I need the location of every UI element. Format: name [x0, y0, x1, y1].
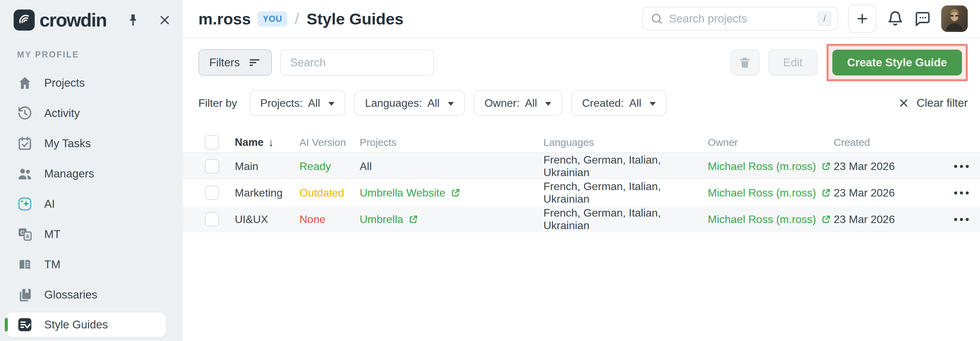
sidebar-item-managers[interactable]: Managers — [0, 159, 183, 189]
sidebar-header: crowdin — [0, 9, 183, 31]
close-sidebar-icon[interactable] — [158, 13, 172, 27]
cell-name: Marketing — [235, 187, 299, 199]
filter-lines-icon — [248, 56, 261, 69]
filter-bar: Filter by Projects: All Languages: All O… — [198, 90, 968, 116]
select-all-checkbox[interactable] — [205, 135, 219, 149]
create-style-guide-button[interactable]: Create Style Guide — [832, 50, 962, 76]
dropdown-value: All — [308, 97, 320, 109]
filters-button-label: Filters — [209, 56, 240, 69]
sidebar-item-mt[interactable]: GA MT — [0, 219, 183, 249]
sidebar-item-label: Projects — [44, 76, 85, 89]
sidebar-item-tm[interactable]: TM — [0, 249, 183, 279]
row-checkbox[interactable] — [205, 212, 219, 227]
toolbar-actions: Edit Create Style Guide — [730, 44, 968, 81]
dropdown-label: Projects: — [260, 97, 302, 109]
row-menu-button[interactable] — [950, 165, 980, 168]
owner-link[interactable]: Michael Ross (m.ross) — [708, 187, 834, 199]
highlight-annotation-box: Create Style Guide — [827, 44, 968, 81]
table-row[interactable]: UI&UX None Umbrella French, German, Ital… — [183, 206, 980, 233]
sidebar-item-label: Activity — [44, 107, 80, 120]
toolbar: Filters Edit Create Style Guide — [198, 49, 968, 76]
cell-languages: French, German, Italian, Ukrainian — [543, 154, 708, 179]
translation-memory-book-icon — [17, 257, 33, 272]
search-shortcut-key: / — [817, 11, 832, 27]
created-filter-dropdown[interactable]: Created: All — [571, 90, 666, 116]
owner-link[interactable]: Michael Ross (m.ross) — [708, 213, 834, 226]
home-icon — [17, 75, 33, 91]
sidebar-item-label: Style Guides — [44, 318, 108, 331]
owner-filter-dropdown[interactable]: Owner: All — [474, 90, 563, 116]
you-badge: YOU — [258, 11, 287, 27]
column-header-owner[interactable]: Owner — [708, 137, 834, 148]
messages-icon[interactable] — [914, 10, 931, 27]
add-button[interactable] — [848, 5, 877, 33]
dropdown-label: Owner: — [485, 97, 520, 109]
breadcrumb-user[interactable]: m.ross — [198, 10, 251, 28]
sidebar-nav: Projects Activity My Tasks Managers — [0, 68, 183, 337]
chevron-down-icon — [328, 102, 334, 106]
cell-languages: French, German, Italian, Ukrainian — [543, 207, 708, 232]
search-projects-input[interactable] — [669, 12, 811, 25]
cell-ai-version: Ready — [299, 160, 360, 173]
user-avatar[interactable] — [941, 5, 968, 32]
svg-text:A: A — [25, 233, 30, 239]
column-header-name[interactable]: Name ↓ — [235, 136, 299, 149]
owner-link[interactable]: Michael Ross (m.ross) — [708, 160, 834, 173]
cell-name: Main — [235, 160, 299, 173]
cell-ai-version: None — [299, 213, 360, 226]
clear-filter-button[interactable]: Clear filter — [898, 97, 968, 109]
row-menu-button[interactable] — [950, 192, 980, 195]
project-link[interactable]: Umbrella Website — [360, 187, 543, 199]
app-window: crowdin MY PROFILE Projects Activity — [0, 0, 980, 341]
glossary-book-icon — [17, 287, 33, 303]
global-search[interactable]: / — [643, 7, 838, 30]
row-checkbox[interactable] — [205, 186, 219, 200]
table-search-input[interactable] — [280, 49, 434, 76]
topbar-actions: / — [643, 5, 968, 33]
table-header-row: Name ↓ AI Version Projects Languages Own… — [183, 133, 980, 153]
projects-filter-dropdown[interactable]: Projects: All — [250, 90, 345, 116]
sidebar-item-projects[interactable]: Projects — [0, 68, 183, 98]
filters-button[interactable]: Filters — [198, 49, 272, 76]
row-checkbox[interactable] — [205, 159, 219, 173]
cell-languages: French, German, Italian, Ukrainian — [543, 180, 708, 205]
external-link-icon — [408, 214, 419, 225]
cell-name: UI&UX — [235, 213, 299, 226]
main-content: m.ross YOU / Style Guides / — [183, 0, 980, 341]
edit-button[interactable]: Edit — [768, 49, 818, 76]
column-header-projects[interactable]: Projects — [360, 137, 543, 148]
cell-ai-version: Outdated — [299, 187, 360, 199]
external-link-icon — [821, 214, 832, 225]
cell-created: 23 Mar 2026 — [834, 160, 950, 173]
search-icon — [651, 13, 663, 25]
style-guides-table: Name ↓ AI Version Projects Languages Own… — [183, 133, 980, 233]
notifications-bell-icon[interactable] — [887, 10, 904, 27]
machine-translation-icon: GA — [17, 227, 33, 242]
table-row[interactable]: Marketing Outdated Umbrella Website Fren… — [183, 179, 980, 206]
row-menu-button[interactable] — [950, 218, 980, 221]
cell-created: 23 Mar 2026 — [834, 187, 950, 199]
chevron-down-icon — [448, 102, 454, 106]
sidebar-item-my-tasks[interactable]: My Tasks — [0, 128, 183, 159]
sidebar-item-activity[interactable]: Activity — [0, 98, 183, 128]
dropdown-value: All — [525, 97, 537, 109]
sidebar-item-label: Managers — [44, 167, 94, 180]
history-icon — [17, 105, 33, 121]
close-icon — [898, 97, 910, 109]
delete-button[interactable] — [730, 49, 759, 76]
project-link[interactable]: Umbrella — [360, 213, 543, 226]
languages-filter-dropdown[interactable]: Languages: All — [354, 90, 465, 116]
pin-sidebar-icon[interactable] — [126, 13, 140, 27]
sidebar-item-style-guides[interactable]: Style Guides — [6, 312, 166, 337]
dropdown-value: All — [427, 97, 440, 109]
column-header-languages[interactable]: Languages — [543, 137, 708, 148]
table-row[interactable]: Main Ready All French, German, Italian, … — [183, 153, 980, 179]
topbar: m.ross YOU / Style Guides / — [183, 0, 980, 38]
calendar-check-icon — [17, 136, 33, 151]
sidebar-item-glossaries[interactable]: Glossaries — [0, 279, 183, 310]
page-title: Style Guides — [307, 10, 404, 28]
filter-by-label: Filter by — [198, 97, 237, 109]
sidebar-item-ai[interactable]: AI — [0, 189, 183, 219]
column-header-ai-version[interactable]: AI Version — [299, 137, 360, 148]
column-header-created[interactable]: Created — [834, 137, 950, 148]
